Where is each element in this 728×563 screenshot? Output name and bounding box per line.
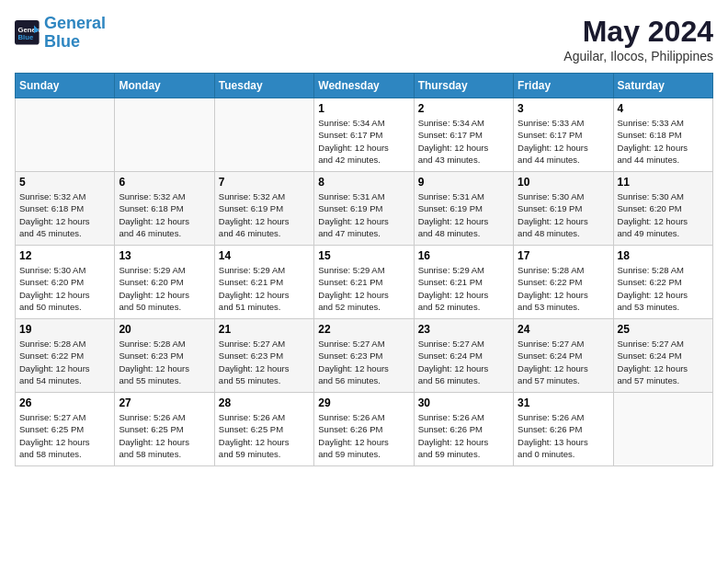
day-info: Sunrise: 5:29 AM Sunset: 6:21 PM Dayligh… <box>318 264 409 313</box>
day-info: Sunrise: 5:30 AM Sunset: 6:20 PM Dayligh… <box>19 264 110 313</box>
day-number: 24 <box>518 323 609 336</box>
day-number: 30 <box>418 396 509 409</box>
day-number: 12 <box>19 249 110 262</box>
month-year-title: May 2024 <box>563 15 713 49</box>
calendar-cell: 7Sunrise: 5:32 AM Sunset: 6:19 PM Daylig… <box>214 172 313 246</box>
day-number: 8 <box>318 176 409 189</box>
day-number: 9 <box>418 176 509 189</box>
day-info: Sunrise: 5:28 AM Sunset: 6:22 PM Dayligh… <box>518 264 609 313</box>
day-number: 19 <box>19 323 110 336</box>
day-info: Sunrise: 5:31 AM Sunset: 6:19 PM Dayligh… <box>318 190 409 239</box>
day-number: 18 <box>618 249 709 262</box>
day-number: 28 <box>219 396 310 409</box>
weekday-header-wednesday: Wednesday <box>314 74 414 98</box>
day-number: 29 <box>318 396 409 409</box>
day-info: Sunrise: 5:32 AM Sunset: 6:18 PM Dayligh… <box>119 190 210 239</box>
day-number: 25 <box>618 323 709 336</box>
calendar-week-row: 12Sunrise: 5:30 AM Sunset: 6:20 PM Dayli… <box>16 246 713 319</box>
day-info: Sunrise: 5:27 AM Sunset: 6:25 PM Dayligh… <box>19 411 110 460</box>
day-info: Sunrise: 5:28 AM Sunset: 6:22 PM Dayligh… <box>618 264 709 313</box>
calendar-cell: 20Sunrise: 5:28 AM Sunset: 6:23 PM Dayli… <box>115 319 214 393</box>
day-number: 21 <box>219 323 310 336</box>
calendar-cell: 14Sunrise: 5:29 AM Sunset: 6:21 PM Dayli… <box>214 246 313 319</box>
day-number: 4 <box>618 102 709 115</box>
day-number: 17 <box>518 249 609 262</box>
calendar-cell <box>115 98 214 172</box>
day-info: Sunrise: 5:33 AM Sunset: 6:17 PM Dayligh… <box>518 117 609 166</box>
calendar-cell: 1Sunrise: 5:34 AM Sunset: 6:17 PM Daylig… <box>314 98 414 172</box>
day-info: Sunrise: 5:26 AM Sunset: 6:26 PM Dayligh… <box>518 411 609 460</box>
day-info: Sunrise: 5:32 AM Sunset: 6:18 PM Dayligh… <box>19 190 110 239</box>
calendar-cell: 3Sunrise: 5:33 AM Sunset: 6:17 PM Daylig… <box>514 98 613 172</box>
day-number: 10 <box>518 176 609 189</box>
day-info: Sunrise: 5:30 AM Sunset: 6:19 PM Dayligh… <box>518 190 609 239</box>
day-number: 16 <box>418 249 509 262</box>
title-block: May 2024 Aguilar, Ilocos, Philippines <box>563 15 713 63</box>
weekday-header-friday: Friday <box>514 74 613 98</box>
day-number: 3 <box>518 102 609 115</box>
calendar-cell: 11Sunrise: 5:30 AM Sunset: 6:20 PM Dayli… <box>613 172 712 246</box>
calendar-week-row: 19Sunrise: 5:28 AM Sunset: 6:22 PM Dayli… <box>16 319 713 393</box>
calendar-cell: 18Sunrise: 5:28 AM Sunset: 6:22 PM Dayli… <box>613 246 712 319</box>
day-number: 31 <box>518 396 609 409</box>
calendar-week-row: 1Sunrise: 5:34 AM Sunset: 6:17 PM Daylig… <box>16 98 713 172</box>
day-number: 23 <box>418 323 509 336</box>
calendar-cell: 27Sunrise: 5:26 AM Sunset: 6:25 PM Dayli… <box>115 393 214 466</box>
day-info: Sunrise: 5:34 AM Sunset: 6:17 PM Dayligh… <box>418 117 509 166</box>
day-info: Sunrise: 5:28 AM Sunset: 6:22 PM Dayligh… <box>19 338 110 386</box>
calendar-table: SundayMondayTuesdayWednesdayThursdayFrid… <box>15 73 713 466</box>
day-number: 11 <box>618 176 709 189</box>
page-header: General Blue General Blue May 2024 Aguil… <box>15 15 713 63</box>
calendar-cell: 13Sunrise: 5:29 AM Sunset: 6:20 PM Dayli… <box>115 246 214 319</box>
calendar-cell: 29Sunrise: 5:26 AM Sunset: 6:26 PM Dayli… <box>314 393 414 466</box>
day-info: Sunrise: 5:29 AM Sunset: 6:21 PM Dayligh… <box>418 264 509 313</box>
day-info: Sunrise: 5:27 AM Sunset: 6:23 PM Dayligh… <box>318 338 409 386</box>
day-info: Sunrise: 5:27 AM Sunset: 6:24 PM Dayligh… <box>418 338 509 386</box>
day-info: Sunrise: 5:34 AM Sunset: 6:17 PM Dayligh… <box>318 117 409 166</box>
day-info: Sunrise: 5:26 AM Sunset: 6:26 PM Dayligh… <box>418 411 509 460</box>
calendar-cell: 23Sunrise: 5:27 AM Sunset: 6:24 PM Dayli… <box>414 319 513 393</box>
weekday-header-sunday: Sunday <box>16 74 115 98</box>
calendar-cell <box>214 98 313 172</box>
day-number: 7 <box>219 176 310 189</box>
calendar-cell: 12Sunrise: 5:30 AM Sunset: 6:20 PM Dayli… <box>16 246 115 319</box>
day-number: 20 <box>119 323 210 336</box>
calendar-cell: 2Sunrise: 5:34 AM Sunset: 6:17 PM Daylig… <box>414 98 513 172</box>
calendar-cell: 24Sunrise: 5:27 AM Sunset: 6:24 PM Dayli… <box>514 319 613 393</box>
logo-icon: General Blue <box>15 20 40 46</box>
day-number: 13 <box>119 249 210 262</box>
day-info: Sunrise: 5:31 AM Sunset: 6:19 PM Dayligh… <box>418 190 509 239</box>
day-number: 27 <box>119 396 210 409</box>
calendar-cell: 26Sunrise: 5:27 AM Sunset: 6:25 PM Dayli… <box>16 393 115 466</box>
calendar-cell <box>16 98 115 172</box>
day-info: Sunrise: 5:27 AM Sunset: 6:24 PM Dayligh… <box>518 338 609 386</box>
logo-text-line2: Blue <box>44 33 106 52</box>
calendar-cell: 16Sunrise: 5:29 AM Sunset: 6:21 PM Dayli… <box>414 246 513 319</box>
weekday-header-saturday: Saturday <box>613 74 712 98</box>
logo-text-line1: General <box>44 15 106 33</box>
calendar-cell: 22Sunrise: 5:27 AM Sunset: 6:23 PM Dayli… <box>314 319 414 393</box>
day-info: Sunrise: 5:26 AM Sunset: 6:25 PM Dayligh… <box>219 411 310 460</box>
calendar-cell: 15Sunrise: 5:29 AM Sunset: 6:21 PM Dayli… <box>314 246 414 319</box>
calendar-week-row: 5Sunrise: 5:32 AM Sunset: 6:18 PM Daylig… <box>16 172 713 246</box>
calendar-cell: 4Sunrise: 5:33 AM Sunset: 6:18 PM Daylig… <box>613 98 712 172</box>
logo: General Blue General Blue <box>15 15 106 52</box>
calendar-cell: 31Sunrise: 5:26 AM Sunset: 6:26 PM Dayli… <box>514 393 613 466</box>
day-number: 15 <box>318 249 409 262</box>
location-subtitle: Aguilar, Ilocos, Philippines <box>563 49 713 63</box>
calendar-cell: 17Sunrise: 5:28 AM Sunset: 6:22 PM Dayli… <box>514 246 613 319</box>
day-info: Sunrise: 5:28 AM Sunset: 6:23 PM Dayligh… <box>119 338 210 386</box>
day-info: Sunrise: 5:26 AM Sunset: 6:25 PM Dayligh… <box>119 411 210 460</box>
day-info: Sunrise: 5:29 AM Sunset: 6:21 PM Dayligh… <box>219 264 310 313</box>
calendar-cell: 19Sunrise: 5:28 AM Sunset: 6:22 PM Dayli… <box>16 319 115 393</box>
calendar-cell: 9Sunrise: 5:31 AM Sunset: 6:19 PM Daylig… <box>414 172 513 246</box>
calendar-cell: 8Sunrise: 5:31 AM Sunset: 6:19 PM Daylig… <box>314 172 414 246</box>
weekday-header-monday: Monday <box>115 74 214 98</box>
day-info: Sunrise: 5:33 AM Sunset: 6:18 PM Dayligh… <box>618 117 709 166</box>
weekday-header-tuesday: Tuesday <box>214 74 313 98</box>
calendar-cell: 30Sunrise: 5:26 AM Sunset: 6:26 PM Dayli… <box>414 393 513 466</box>
day-info: Sunrise: 5:27 AM Sunset: 6:23 PM Dayligh… <box>219 338 310 386</box>
calendar-cell <box>613 393 712 466</box>
day-number: 14 <box>219 249 310 262</box>
calendar-cell: 21Sunrise: 5:27 AM Sunset: 6:23 PM Dayli… <box>214 319 313 393</box>
